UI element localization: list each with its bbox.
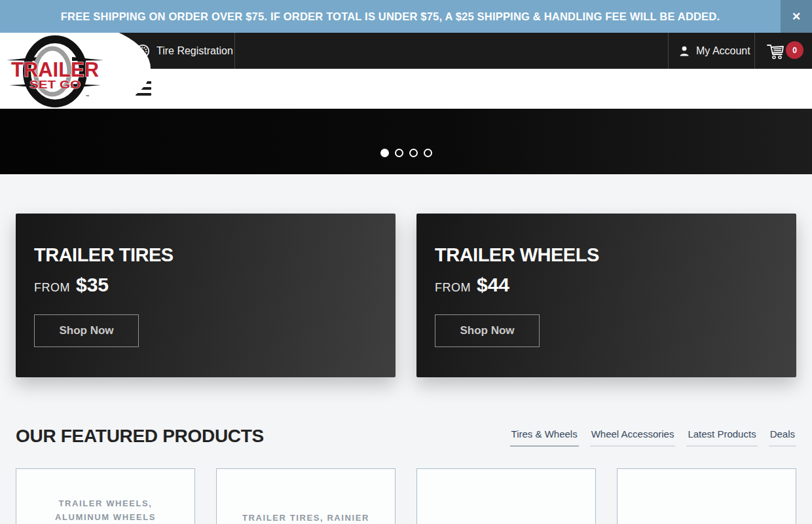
logo-text-set-go: SET GO bbox=[29, 79, 81, 90]
promo-from-label: FROM bbox=[34, 281, 70, 295]
promo-price-line: FROM $44 bbox=[435, 274, 796, 296]
promo-card-trailer-tires[interactable]: TRAILER TIRES FROM $35 Shop Now bbox=[16, 214, 396, 377]
logo-text-trailer: TRAILER bbox=[11, 58, 99, 81]
product-category-label bbox=[618, 469, 796, 521]
cart-button[interactable]: 0 bbox=[765, 33, 786, 69]
promo-price-line: FROM $35 bbox=[34, 274, 396, 296]
carousel-dot-1[interactable] bbox=[380, 149, 389, 157]
tab-wheel-accessories[interactable]: Wheel Accessories bbox=[590, 428, 676, 447]
section-title: OUR FEATURED PRODUCTS bbox=[16, 426, 264, 447]
cart-count-badge: 0 bbox=[786, 41, 803, 59]
my-account-link[interactable]: My Account bbox=[678, 33, 750, 69]
featured-products-header: OUR FEATURED PRODUCTS Tires & Wheels Whe… bbox=[16, 426, 796, 447]
tab-tires-and-wheels[interactable]: Tires & Wheels bbox=[510, 428, 579, 447]
tire-registration-label: Tire Registration bbox=[157, 45, 233, 57]
featured-tabs: Tires & Wheels Wheel Accessories Latest … bbox=[510, 428, 796, 447]
trailer-set-go-logo[interactable]: TRAILER SET GO ™ bbox=[4, 35, 106, 107]
product-card[interactable] bbox=[416, 468, 596, 524]
promo-card-trailer-wheels[interactable]: TRAILER WHEELS FROM $44 Shop Now bbox=[416, 214, 796, 377]
divider bbox=[668, 33, 669, 69]
tab-deals[interactable]: Deals bbox=[769, 428, 796, 447]
promo-price: $35 bbox=[76, 274, 109, 296]
shop-now-button[interactable]: Shop Now bbox=[34, 314, 139, 347]
cart-icon bbox=[765, 41, 786, 62]
product-card[interactable]: TRAILER WHEELS, ALUMINUM WHEELS bbox=[16, 468, 195, 524]
user-icon bbox=[678, 45, 690, 57]
promo-title: TRAILER TIRES bbox=[34, 244, 396, 266]
divider bbox=[754, 33, 755, 69]
product-category-label: TRAILER WHEELS, ALUMINUM WHEELS bbox=[16, 469, 194, 524]
close-icon: ✕ bbox=[792, 10, 801, 24]
carousel-dot-4[interactable] bbox=[424, 149, 432, 157]
hero-carousel bbox=[0, 109, 812, 174]
promo-from-label: FROM bbox=[435, 281, 471, 295]
featured-products-grid: TRAILER WHEELS, ALUMINUM WHEELS TRAILER … bbox=[16, 468, 796, 524]
banner-close-button[interactable]: ✕ bbox=[781, 0, 812, 33]
tire-registration-link[interactable]: Tire Registration bbox=[136, 33, 233, 69]
promo-banners: TRAILER TIRES FROM $35 Shop Now TRAILER … bbox=[16, 214, 796, 377]
product-category-label: TRAILER TIRES, RAINIER bbox=[217, 469, 395, 524]
carousel-dot-3[interactable] bbox=[409, 149, 418, 157]
product-card[interactable]: TRAILER TIRES, RAINIER bbox=[216, 468, 396, 524]
banner-message: FREE SHIPPING ON ORDER OVER $75. IF ORDE… bbox=[0, 0, 781, 33]
promo-price: $44 bbox=[477, 274, 509, 296]
logo-trademark: ™ bbox=[85, 94, 89, 98]
shop-now-button[interactable]: Shop Now bbox=[435, 314, 540, 347]
product-card[interactable] bbox=[617, 468, 796, 524]
carousel-dot-2[interactable] bbox=[395, 149, 403, 157]
header: TRAILER SET GO ™ Tire Registration My Ac… bbox=[0, 33, 812, 109]
free-shipping-banner: FREE SHIPPING ON ORDER OVER $75. IF ORDE… bbox=[0, 0, 812, 33]
product-category-label bbox=[417, 469, 595, 521]
main-content: TRAILER TIRES FROM $35 Shop Now TRAILER … bbox=[0, 174, 812, 524]
divider bbox=[234, 33, 235, 69]
carousel-dots bbox=[0, 149, 812, 157]
my-account-label: My Account bbox=[696, 45, 750, 57]
promo-title: TRAILER WHEELS bbox=[435, 244, 796, 266]
tab-latest-products[interactable]: Latest Products bbox=[686, 428, 757, 447]
